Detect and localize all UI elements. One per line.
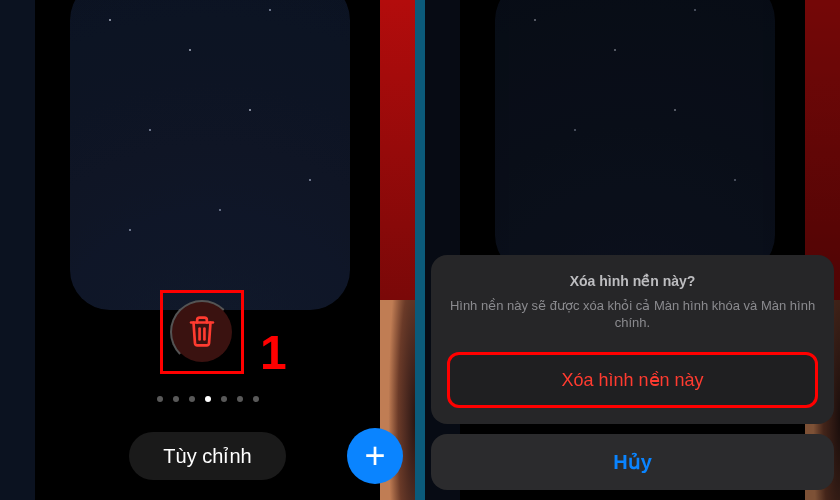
action-sheet-card: Xóa hình nền này? Hình nền này sẽ được x…: [431, 255, 834, 424]
step-number-1: 1: [260, 325, 287, 380]
delete-wallpaper-button[interactable]: [170, 300, 234, 364]
annotation-highlight-trash: [160, 290, 244, 374]
next-wallpaper-color: [380, 0, 415, 300]
delete-action-sheet: Xóa hình nền này? Hình nền này sẽ được x…: [431, 255, 834, 490]
page-dot: [253, 396, 259, 402]
page-dot: [221, 396, 227, 402]
add-wallpaper-button[interactable]: +: [347, 428, 403, 484]
confirm-delete-button[interactable]: Xóa hình nền này: [447, 352, 818, 408]
page-dot-active: [205, 396, 211, 402]
bottom-bar: Tùy chỉnh +: [0, 432, 415, 480]
page-dot: [173, 396, 179, 402]
plus-icon: +: [364, 438, 385, 474]
trash-icon: [187, 314, 217, 351]
wallpaper-preview[interactable]: [70, 0, 350, 310]
page-dot: [189, 396, 195, 402]
panel-step-2: 2 Xóa hình nền này? Hình nền này sẽ được…: [425, 0, 840, 500]
next-wallpaper-sliver[interactable]: [380, 0, 415, 500]
cancel-button[interactable]: Hủy: [431, 434, 834, 490]
action-sheet-title: Xóa hình nền này?: [447, 273, 818, 289]
page-dot: [237, 396, 243, 402]
panel-step-1: 1 Tùy chỉnh +: [0, 0, 415, 500]
customize-button[interactable]: Tùy chỉnh: [129, 432, 285, 480]
action-sheet-description: Hình nền này sẽ được xóa khỏi cả Màn hìn…: [447, 297, 818, 332]
prev-wallpaper-sliver[interactable]: [0, 0, 35, 500]
page-indicator: [0, 396, 415, 402]
page-dot: [157, 396, 163, 402]
